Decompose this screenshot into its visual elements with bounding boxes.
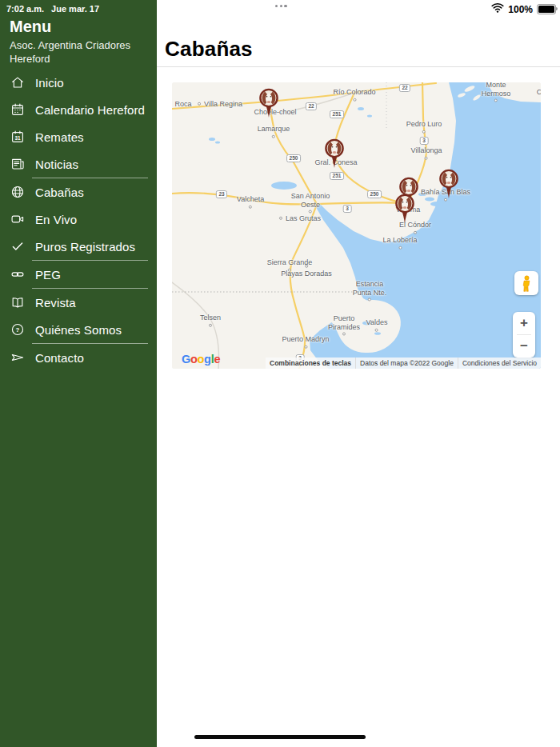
sidebar-item-label: Noticias — [35, 158, 78, 171]
sidebar-item-remates[interactable]: 31Remates — [0, 123, 157, 150]
send-icon — [10, 350, 25, 365]
status-time: 7:02 a.m. — [6, 4, 44, 14]
route-shield-3: 3 — [420, 137, 429, 145]
town-dot — [305, 265, 308, 268]
map-label-san-antonio-oeste: San AntonioOeste — [291, 192, 330, 209]
map-label-valcheta: Valcheta — [237, 195, 264, 204]
multitask-indicator-icon — [275, 5, 287, 7]
town-dot — [494, 99, 498, 102]
town-dot — [342, 333, 346, 336]
sidebar: 7:02 a.m. Jue mar. 17 Menu Asoc. Argenti… — [0, 0, 157, 747]
battery-percent: 100% — [508, 4, 533, 15]
sidebar-item-revista[interactable]: Revista — [0, 289, 157, 316]
sidebar-item-label: En Vivo — [35, 213, 77, 226]
map-label-lamarque: Lamarque — [258, 125, 290, 134]
google-logo-letter: g — [204, 353, 211, 366]
town-dot — [279, 217, 282, 220]
sidebar-item-label: Revista — [35, 296, 76, 310]
cabana-marker[interactable] — [324, 138, 345, 170]
sidebar-item-inicio[interactable]: Inicio — [0, 69, 157, 96]
cabana-marker[interactable] — [394, 194, 415, 226]
sidebar-item-label: Remates — [35, 130, 84, 144]
map-label-pedro-luro: Pedro Luro — [406, 120, 442, 129]
question-icon: ? — [10, 322, 25, 337]
map-label-telsen: Telsen — [200, 314, 221, 322]
sidebar-item-noticias[interactable]: Noticias — [0, 150, 157, 178]
map-zoom-control: + − — [513, 312, 535, 358]
town-dot — [414, 230, 417, 234]
route-shield-250: 250 — [367, 190, 382, 198]
status-bar-left: 7:02 a.m. Jue mar. 17 — [6, 4, 99, 14]
map-label-rio-colorado: Río Colorado — [333, 88, 375, 97]
map-label-villa-regina: Villa Regina — [204, 100, 242, 109]
video-icon — [10, 212, 25, 226]
google-logo-letter: e — [214, 353, 220, 366]
sidebar-item-label: PEG — [35, 268, 61, 282]
cabana-marker[interactable] — [258, 88, 279, 120]
town-dot — [422, 130, 426, 133]
town-dot — [209, 323, 212, 326]
map-label-playas-doradas: Playas Doradas — [281, 270, 332, 278]
route-shield-23: 23 — [216, 190, 227, 198]
sidebar-item-label: Contacto — [35, 351, 84, 365]
google-logo-letter: o — [198, 353, 205, 366]
street-view-pegman-button[interactable] — [514, 271, 538, 295]
town-dot — [425, 156, 428, 159]
map-label-puerto-piramides: PuertoPiramides — [328, 314, 360, 331]
map-label-la-loberia: La Lobería — [382, 236, 417, 245]
town-dot — [198, 102, 201, 106]
sidebar-item-label: Puros Registrados — [35, 240, 135, 254]
zoom-in-button[interactable]: + — [513, 312, 535, 334]
menu-subtitle: Asoc. Argentina Criadores Hereford — [10, 38, 147, 66]
route-shield-22: 22 — [306, 102, 317, 110]
sidebar-item-label: Quiénes Somos — [35, 323, 122, 337]
route-shield-3: 3 — [343, 205, 352, 213]
menu-title: Menu — [10, 18, 51, 36]
home-indicator[interactable] — [194, 735, 366, 739]
sidebar-item-contacto[interactable]: Contacto — [0, 344, 157, 371]
google-logo[interactable]: Google — [182, 353, 220, 366]
calendar-icon — [10, 102, 25, 117]
sidebar-item-en-vivo[interactable]: En Vivo — [0, 206, 157, 233]
app-screen: 7:02 a.m. Jue mar. 17 Menu Asoc. Argenti… — [0, 0, 560, 747]
cabana-marker[interactable] — [438, 169, 459, 201]
sidebar-menu: InicioCalendario Hereford31RematesNotici… — [0, 69, 157, 371]
sidebar-item-puros-registrados[interactable]: Puros Registrados — [0, 233, 157, 260]
town-dot — [249, 205, 252, 208]
route-shield-22: 22 — [399, 84, 410, 92]
book-icon — [10, 295, 25, 310]
map-label-villalonga: Villalonga — [411, 146, 442, 155]
map-label-c: C — [537, 88, 541, 97]
news-icon — [10, 157, 25, 171]
sidebar-item-calendario-hereford[interactable]: Calendario Hereford — [0, 96, 157, 123]
map-label-monte-hermoso: MonteHermoso — [482, 82, 511, 98]
attribution-keyboard-shortcuts[interactable]: Combinaciones de teclas — [266, 358, 355, 369]
page-title: Cabañas — [165, 37, 253, 62]
town-dot — [309, 210, 312, 214]
town-dot — [304, 345, 307, 348]
calendar-31-icon: 31 — [10, 130, 25, 144]
sidebar-item-label: Cabañas — [35, 186, 84, 199]
zoom-out-button[interactable]: − — [513, 335, 535, 358]
map-attribution: Combinaciones de teclasDatos del mapa ©2… — [266, 358, 541, 369]
map-canvas[interactable]: RocaVilla ReginaChoele-choelLamarqueRío … — [172, 82, 541, 369]
check-icon — [10, 239, 25, 254]
attribution-map-data[interactable]: Datos del mapa ©2022 Google — [355, 358, 458, 369]
status-bar-right: 100% — [491, 3, 556, 15]
map-label-estancia-punta-nte: EstanciaPunta Nte. — [353, 280, 387, 297]
town-dot — [368, 298, 371, 302]
town-dot — [272, 134, 275, 138]
sidebar-item-quienes-somos[interactable]: ?Quiénes Somos — [0, 316, 157, 343]
sidebar-item-cabanas[interactable]: Cabañas — [0, 178, 157, 206]
pegman-icon — [520, 275, 534, 292]
attribution-terms[interactable]: Condiciones del Servicio — [458, 358, 541, 369]
svg-text:?: ? — [16, 326, 20, 334]
map-label-valdes: Valdes — [366, 318, 388, 327]
route-shield-251: 251 — [330, 110, 344, 118]
map-label-las-grutas: Las Grutas — [286, 214, 321, 223]
sidebar-item-peg[interactable]: PEG — [0, 261, 157, 288]
town-dot — [353, 98, 356, 101]
route-shield-250: 250 — [286, 154, 301, 162]
map-label-roca: Roca — [174, 100, 191, 109]
google-logo-letter: G — [182, 353, 190, 366]
